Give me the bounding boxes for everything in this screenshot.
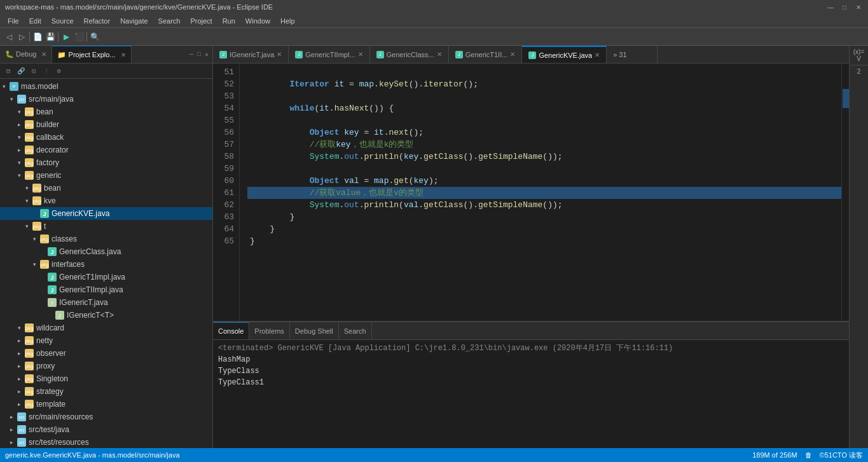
toolbar-save-button[interactable]: 💾 (44, 31, 57, 43)
maximize-button[interactable]: □ (840, 3, 849, 11)
code-line-60[interactable]: Object val = map.get(key); (247, 175, 841, 187)
code-content[interactable]: Iterator it = map.keySet().iterator(); w… (240, 64, 841, 321)
code-line-63[interactable]: } (247, 211, 841, 223)
code-line-55[interactable] (247, 114, 841, 126)
tree-item-interfaces[interactable]: ▾pkginterfaces (0, 258, 212, 271)
tree-item-callback[interactable]: ▾pkgcallback (0, 131, 212, 144)
package-icon: pkg (24, 107, 34, 117)
tree-item-genericclass-java[interactable]: JGenericClass.java (0, 245, 212, 258)
line-number-54: 54 (213, 102, 234, 114)
editor-tab-close[interactable]: ✕ (358, 51, 363, 58)
menu-item-window[interactable]: Window (240, 14, 275, 27)
tree-item-classes[interactable]: ▾pkgclasses (0, 233, 212, 245)
toolbar-new-button[interactable]: 📄 (31, 31, 44, 43)
tree-item-singleton[interactable]: ▸pkgSingleton (0, 372, 212, 385)
tree-item-igenerict-java[interactable]: IIGenericT.java (0, 296, 212, 309)
tree-item-src-main-resources[interactable]: ▸srcsrc/main/resources (0, 411, 212, 423)
tree-item-src-test-java[interactable]: ▸srcsrc/test/java (0, 423, 212, 436)
tree-item-netty[interactable]: ▸pkgnetty (0, 334, 212, 347)
tree-item-igenerict-t-[interactable]: IIGenericT<T> (0, 309, 212, 322)
code-line-53[interactable] (247, 90, 841, 102)
code-line-57[interactable]: //获取key，也就是k的类型 (247, 139, 841, 151)
explorer-settings-button[interactable]: ⚙ (53, 65, 65, 77)
link-editor-button[interactable]: 🔗 (15, 65, 27, 77)
tree-item-mas-model[interactable]: ▾Pmas.model (0, 80, 212, 93)
editor-tab-igenerict-java[interactable]: JIGenericT.java✕ (213, 46, 289, 63)
editor-tab-generict1ii---[interactable]: JGenericT1II...✕ (449, 46, 523, 63)
tree-item-label: t (44, 222, 46, 231)
bottom-tab-problems[interactable]: Problems (249, 322, 289, 339)
tab-project-explorer[interactable]: 📁 Project Explo... ✕ (52, 46, 131, 63)
tree-item-bean[interactable]: ▾pkgbean (0, 105, 212, 118)
explorer-menu-button[interactable]: ⋮ (41, 65, 52, 77)
tree-item-bean[interactable]: ▾pkgbean (0, 182, 212, 194)
close-button[interactable]: ✕ (854, 3, 863, 11)
menu-item-run[interactable]: Run (217, 14, 240, 27)
tree-item-proxy[interactable]: ▸pkgproxy (0, 360, 212, 372)
left-panel-minimize-button[interactable]: — (188, 50, 195, 59)
toolbar-back-button[interactable]: ◁ (3, 31, 15, 43)
code-line-62[interactable]: System.out.println(val.getClass().getSim… (247, 199, 841, 211)
debug-tab-close[interactable]: ✕ (41, 51, 46, 58)
code-line-64[interactable]: } (247, 223, 841, 235)
menu-item-source[interactable]: Source (46, 14, 79, 27)
tree-item-strategy[interactable]: ▸pkgstrategy (0, 385, 212, 398)
code-line-54[interactable]: while(it.hasNext()) { (247, 102, 841, 114)
code-line-65[interactable]: } (247, 235, 841, 247)
tree-item-src-main-java[interactable]: ▾srcsrc/main/java (0, 93, 212, 105)
tree-item-builder[interactable]: ▸pkgbuilder (0, 118, 212, 131)
code-line-59[interactable] (247, 163, 841, 175)
toolbar-debug-button[interactable]: ⬛ (72, 31, 85, 43)
toolbar-forward-button[interactable]: ▷ (15, 31, 28, 43)
editor-tab-generickve-java[interactable]: JGenericKVE.java✕ (522, 46, 607, 63)
editor-tab----31[interactable]: » 31 (607, 46, 658, 63)
line-number-53: 53 (213, 90, 234, 102)
toolbar-search-button[interactable]: 🔍 (88, 31, 101, 43)
tree-item-t[interactable]: ▾pkgt (0, 220, 212, 233)
collapse-all-button[interactable]: ⊟ (3, 65, 14, 77)
minimize-button[interactable]: — (826, 3, 835, 11)
tree-item-generickve-java[interactable]: JGenericKVE.java (0, 207, 212, 220)
tree-item-generic[interactable]: ▾pkggeneric (0, 169, 212, 182)
bottom-tab-console[interactable]: Console (213, 322, 249, 339)
editor-tab-close[interactable]: ✕ (510, 51, 515, 58)
code-line-56[interactable]: Object key = it.next(); (247, 126, 841, 139)
toolbar-run-button[interactable]: ▶ (60, 31, 72, 43)
code-line-58[interactable]: System.out.println(key.getClass().getSim… (247, 151, 841, 163)
editor-tab-close[interactable]: ✕ (437, 51, 442, 58)
editor-tab-close[interactable]: ✕ (277, 51, 282, 58)
explorer-filter-button[interactable]: ⊡ (28, 65, 39, 77)
code-line-61[interactable]: //获取value，也就是v的类型 (247, 187, 841, 199)
tree-item-kve[interactable]: ▾pkgkve (0, 194, 212, 207)
garbage-collect-button[interactable]: 🗑 (805, 451, 812, 459)
tree-item-observer[interactable]: ▸pkgobserver (0, 347, 212, 360)
tree-item-src-test-resources[interactable]: ▸srcsrc/test/resources (0, 436, 212, 448)
tab-debug[interactable]: 🐛 Debug ✕ (0, 46, 52, 63)
code-line-52[interactable]: Iterator it = map.keySet().iterator(); (247, 78, 841, 90)
code-line-51[interactable] (247, 66, 841, 78)
menu-item-refactor[interactable]: Refactor (79, 14, 116, 27)
tree-item-decorator[interactable]: ▸pkgdecorator (0, 144, 212, 156)
left-panel-maximize-button[interactable]: □ (196, 50, 202, 59)
code-editor[interactable]: 515253545556575859606162636465 Iterator … (213, 64, 849, 321)
tree-item-template[interactable]: ▸pkgtemplate (0, 398, 212, 411)
menu-item-navigate[interactable]: Navigate (115, 14, 153, 27)
menu-item-search[interactable]: Search (153, 14, 186, 27)
bottom-tab-debug-shell[interactable]: Debug Shell (290, 322, 339, 339)
menu-item-help[interactable]: Help (275, 14, 300, 27)
menu-item-file[interactable]: File (3, 14, 24, 27)
tree-item-generictiimpl-java[interactable]: JGenericTIImpl.java (0, 283, 212, 296)
explorer-tab-close[interactable]: ✕ (121, 51, 126, 58)
package-icon: pkg (32, 196, 42, 206)
editor-tab-genericclass---[interactable]: JGenericClass...✕ (370, 46, 449, 63)
tree-item-factory[interactable]: ▾pkgfactory (0, 156, 212, 169)
tree-item-generict1impl-java[interactable]: JGenericT1Impl.java (0, 271, 212, 283)
editor-tab-generictiimpl---[interactable]: JGenericTIImpl...✕ (289, 46, 369, 63)
menu-item-project[interactable]: Project (185, 14, 217, 27)
bottom-tab-search[interactable]: Search (339, 322, 372, 339)
tree-item-wildcard[interactable]: ▾pkgwildcard (0, 322, 212, 334)
left-panel-close-button[interactable]: ✕ (203, 50, 210, 60)
tree-arrow: ▸ (18, 388, 24, 395)
editor-tab-close[interactable]: ✕ (595, 51, 600, 58)
menu-item-edit[interactable]: Edit (24, 14, 46, 27)
